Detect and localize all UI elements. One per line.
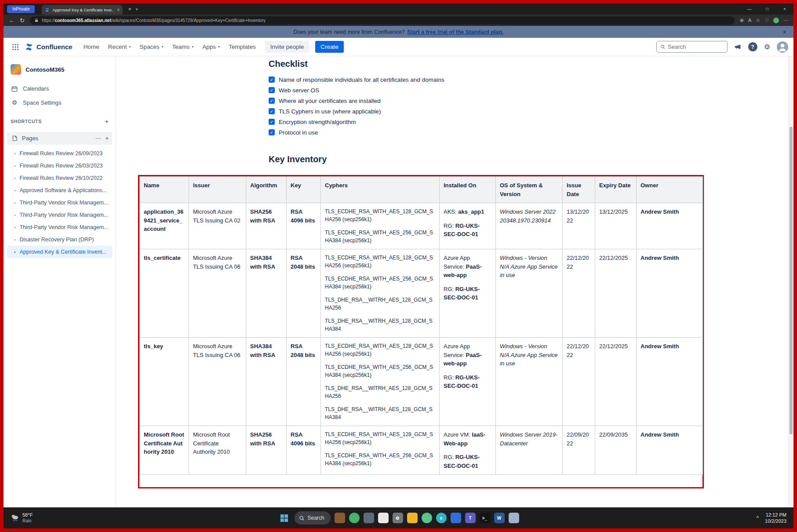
checkbox-checked-icon[interactable]: ✓ [269, 119, 275, 125]
cell-cyphers: TLS_ECDHE_RSA_WITH_AES_128_GCM_SHA256 (s… [321, 338, 440, 426]
taskbar-search[interactable]: Search [294, 511, 330, 525]
checklist-item: ✓Where all your certificates are install… [269, 95, 793, 106]
cypher-value: TLS_DHE_RSA__WITRH_AES_128_GCM_SHA384 [325, 405, 435, 421]
zoom-icon[interactable]: ⊕ [740, 18, 744, 23]
cell-algorithm: SHA384 with RSA [246, 249, 287, 338]
page-item-label: Disaster Recovery Plan (DRP) [20, 237, 94, 243]
space-sidebar: ContosoM365 Calendars ⚙ Space Settings [4, 56, 116, 507]
maximize-button[interactable]: □ [758, 4, 776, 15]
checklist-item-label: Protocol in use [279, 129, 318, 136]
nav-item-label: Home [84, 44, 99, 50]
browser-titlebar: InPrivate Approved Key & Certificate Inv… [4, 4, 793, 15]
new-tab-button[interactable]: + [128, 6, 131, 12]
nav-item-templates[interactable]: Templates [225, 41, 260, 53]
chevron-down-icon: ▾ [192, 45, 193, 49]
search-input[interactable] [668, 44, 724, 50]
checkbox-checked-icon[interactable]: ✓ [269, 87, 275, 93]
nav-item-recent[interactable]: Recent▾ [104, 41, 135, 53]
sidebar-page-item[interactable]: •Firewall Rules Review 26/03/2023 [7, 160, 112, 172]
tray-chevron-icon[interactable]: ^ [756, 515, 759, 521]
url-field[interactable]: https://contosom365.atlassian.net/wiki/s… [30, 16, 735, 25]
taskbar-icon-photos[interactable] [335, 513, 345, 523]
cell-expiry-date: 22/12/2025 [595, 338, 637, 426]
taskbar-icon-file-explorer[interactable] [407, 513, 418, 523]
banner-close-icon[interactable]: × [783, 29, 786, 36]
sidebar-page-item[interactable]: •Disaster Recovery Plan (DRP) [7, 233, 112, 246]
sidebar-page-item[interactable]: •Third-Party Vendor Risk Managem... [7, 221, 112, 233]
sidebar-page-item[interactable]: •Third-Party Vendor Risk Managem... [7, 197, 112, 209]
global-search[interactable] [656, 41, 728, 53]
checkbox-checked-icon[interactable]: ✓ [269, 77, 275, 83]
start-button[interactable] [278, 512, 290, 524]
column-header: Issuer [189, 177, 246, 203]
taskbar-clock[interactable]: 12:12 PM 10/2/2023 [765, 512, 786, 525]
taskbar-tray: ^ 12:12 PM 10/2/2023 [756, 512, 793, 525]
taskbar-icon-copilot[interactable] [349, 513, 360, 523]
taskbar-icon-teams[interactable]: T [465, 513, 476, 523]
nav-item-label: Teams [172, 44, 190, 50]
back-icon[interactable]: ← [9, 17, 15, 24]
page-scrollbar[interactable] [788, 56, 793, 507]
nav-item-apps[interactable]: Apps▾ [198, 41, 224, 53]
column-header: Algorithm [246, 177, 287, 203]
window-controls: — □ × [741, 4, 793, 15]
favorites-star-icon[interactable]: ☆ [756, 18, 760, 23]
scrollbar-thumb[interactable] [790, 127, 793, 434]
close-button[interactable]: × [776, 4, 793, 15]
nav-item-label: Apps [202, 44, 216, 50]
installed-on-line: RG: RG-UKS-SEC-DOC-01 [444, 222, 491, 239]
taskbar-icon-defender[interactable] [451, 513, 461, 523]
checkbox-checked-icon[interactable]: ✓ [269, 108, 275, 114]
taskbar-icon-terminal[interactable]: >_ [480, 513, 490, 523]
taskbar-icon-settings[interactable]: ⚙ [393, 513, 403, 523]
sidebar-page-item[interactable]: •Firewall Rules Review 26/10/2022 [7, 172, 112, 184]
pages-section-header[interactable]: Pages ⋯ + [7, 132, 112, 145]
weather-widget[interactable]: 58°F Rain [4, 512, 39, 523]
refresh-icon[interactable]: ↻ [20, 17, 25, 24]
sidebar-item-calendars[interactable]: Calendars [4, 82, 116, 95]
space-header[interactable]: ContosoM365 [4, 62, 116, 77]
browser-essentials-icon[interactable]: ♡ [764, 18, 769, 23]
taskbar-icon-people[interactable] [422, 513, 432, 523]
banner-trial-link[interactable]: Start a free trial of the Standard plan. [407, 29, 504, 35]
profile-sync-icon[interactable] [773, 18, 779, 23]
taskbar-icon-chat[interactable] [378, 513, 389, 523]
minimize-button[interactable]: — [741, 4, 758, 15]
taskbar-icon-edge[interactable]: e [436, 513, 447, 523]
create-button[interactable]: Create [315, 41, 344, 53]
settings-gear-icon[interactable]: ⚙ [764, 43, 770, 51]
taskbar-icon-notebook[interactable] [364, 513, 374, 523]
confluence-logo-icon [25, 43, 33, 51]
taskbar-icon-word[interactable]: W [494, 513, 505, 523]
nav-item-teams[interactable]: Teams▾ [168, 41, 198, 53]
taskbar-icon-virtual-desktops[interactable] [509, 513, 519, 523]
add-page-icon[interactable]: + [105, 135, 109, 142]
sidebar-page-item[interactable]: •Approved Key & Certificate Invent... [7, 246, 112, 258]
app-switcher-icon[interactable] [9, 40, 22, 54]
add-shortcut-icon[interactable]: + [105, 117, 109, 125]
sidebar-page-item[interactable]: •Firewall Rules Review 26/09/2023 [7, 147, 112, 160]
cell-issue-date: 22/12/2022 [563, 249, 595, 338]
help-icon[interactable]: ? [748, 42, 757, 51]
checkbox-checked-icon[interactable]: ✓ [269, 129, 275, 135]
sidebar-item-space-settings[interactable]: ⚙ Space Settings [4, 95, 116, 109]
cypher-value: TLS_ECDHE_RSA_WITH_AES_128_GCM_SHA256 (s… [325, 254, 435, 270]
checkbox-checked-icon[interactable]: ✓ [269, 98, 275, 104]
sidebar-item-label: Calendars [23, 85, 49, 92]
user-avatar[interactable] [777, 41, 788, 53]
announcements-megaphone-icon[interactable] [734, 43, 742, 51]
installed-on-line: Azure App Service: PaaS-web-app [444, 342, 491, 368]
tab-list-chevron-icon[interactable]: ▾ [136, 7, 138, 11]
read-aloud-icon[interactable]: A [748, 18, 751, 23]
invite-people-button[interactable]: Invite people [265, 41, 309, 53]
browser-tab[interactable]: Approved Key & Certificate Inve... × [42, 5, 123, 15]
browser-menu-icon[interactable]: ⋯ [783, 18, 788, 23]
confluence-logo[interactable]: Confluence [25, 43, 73, 51]
sidebar-page-item[interactable]: •Third-Party Vendor Risk Managem... [7, 209, 112, 221]
nav-item-spaces[interactable]: Spaces▾ [136, 41, 167, 53]
nav-item-home[interactable]: Home [80, 41, 103, 53]
chevron-down-icon: ▾ [162, 45, 164, 49]
tab-close-icon[interactable]: × [117, 7, 120, 12]
pages-more-icon[interactable]: ⋯ [95, 135, 101, 142]
sidebar-page-item[interactable]: •Approved Software & Applications... [7, 184, 112, 197]
